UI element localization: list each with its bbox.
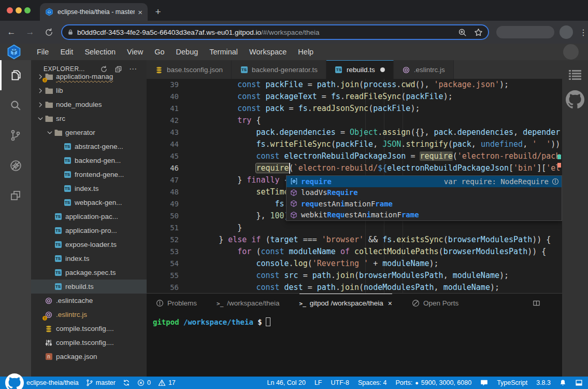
status-repo[interactable]: eclipse-theia/theia	[5, 373, 79, 389]
module-icon	[289, 211, 298, 219]
menu-workspace[interactable]: Workspace	[243, 44, 292, 60]
user-avatar[interactable]	[563, 44, 579, 60]
line-number: 42	[147, 115, 179, 127]
status-errors[interactable]: 0	[137, 379, 151, 386]
tab-close-icon[interactable]: ×	[138, 8, 142, 17]
menu-selection[interactable]: Selection	[79, 44, 121, 60]
branch-icon	[86, 379, 93, 386]
activity-plugins[interactable]	[0, 180, 31, 211]
menu-debug[interactable]: Debug	[170, 44, 204, 60]
status-encoding[interactable]: UTF-8	[331, 379, 349, 386]
chevron-right-icon	[36, 101, 45, 108]
line-number: 48	[147, 186, 179, 198]
tree-item-expose-loader-ts[interactable]: TSexpose-loader.ts	[31, 238, 147, 252]
url-bar[interactable]: b0dd9cdf-3453-4fe2-9a5c-66403d3ea7af.ws-…	[61, 24, 489, 40]
tree-item-eslintcache[interactable]: .eslintcache	[31, 294, 147, 308]
tree-item-application-manag[interactable]: !application-manag	[31, 70, 147, 84]
editor-tab-backend-generator-ts[interactable]: TSbackend-generator.ts	[232, 60, 326, 79]
tree-item-lib[interactable]: lib	[31, 84, 147, 98]
settings-file-icon	[45, 339, 53, 347]
tree-item-node-modules[interactable]: node_modules	[31, 98, 147, 112]
status-warnings[interactable]: 17	[158, 379, 176, 386]
tree-item-eslintrc-js[interactable]: !.eslintrc.js	[31, 308, 147, 322]
activity-debug[interactable]	[0, 150, 31, 180]
reload-button[interactable]	[41, 25, 56, 39]
status-language[interactable]: TypeScript	[497, 379, 527, 386]
activity-source-control[interactable]	[0, 120, 31, 150]
status-ts-version[interactable]: 3.8.3	[536, 379, 551, 386]
tree-item-generator[interactable]: generator	[31, 126, 147, 140]
tree-item-index-ts[interactable]: TSindex.ts	[31, 252, 147, 266]
status-toggle-panel[interactable]	[575, 379, 583, 386]
browser-menu-icon[interactable]: ⋮	[579, 27, 587, 37]
close-icon[interactable]: ×	[388, 299, 392, 308]
line-number: 45	[147, 150, 179, 162]
terminal[interactable]: gitpod /workspace/theia $	[153, 317, 562, 326]
tsconfig-file-icon	[45, 325, 53, 333]
tree-item-src[interactable]: src	[31, 112, 147, 126]
toggle-panel-icon	[575, 379, 583, 386]
warning-badge: !	[42, 78, 47, 82]
suggest-item[interactable]: loadVsRequire	[286, 187, 562, 199]
window-close-button[interactable]	[7, 7, 13, 13]
window-minimize-button[interactable]	[16, 7, 22, 13]
status-sync[interactable]	[123, 379, 130, 386]
window-zoom-button[interactable]	[24, 7, 31, 13]
tree-item-index-ts[interactable]: TSindex.ts	[31, 182, 147, 196]
status-indentation[interactable]: Spaces: 4	[358, 379, 387, 386]
browser-profile-avatar[interactable]	[560, 25, 573, 39]
panel-tab-open-ports[interactable]: Open Ports	[412, 294, 458, 312]
new-tab-button[interactable]: +	[151, 5, 165, 19]
line-number: 52	[147, 234, 179, 246]
activity-explorer[interactable]	[0, 60, 31, 90]
editor-tab-rebuild-ts[interactable]: TSrebuild.ts	[326, 60, 394, 79]
rightbar-github[interactable]	[566, 90, 584, 109]
status-eol[interactable]: LF	[314, 379, 322, 386]
status-ports[interactable]: Ports:●5900, 3000, 6080	[395, 379, 471, 386]
tree-item-abstract-gene[interactable]: TSabstract-gene...	[31, 140, 147, 154]
autocomplete-popup: requirevar require: NodeRequire loadVsRe…	[286, 175, 562, 221]
rightbar-outline[interactable]	[568, 70, 582, 81]
suggest-item[interactable]: webkitRequestAnimationFrame	[286, 210, 562, 221]
menu-go[interactable]: Go	[149, 44, 170, 60]
tree-item-compile-tsconfig[interactable]: compile.tsconfig....	[31, 322, 147, 336]
tree-item-package-spec-ts[interactable]: TSpackage.spec.ts	[31, 266, 147, 280]
status-notifications[interactable]	[560, 379, 566, 386]
menu-help[interactable]: Help	[292, 44, 319, 60]
suggest-item[interactable]: requestAnimationFrame	[286, 198, 562, 210]
back-button[interactable]: ←	[4, 25, 19, 39]
tree-item-webpack-gen[interactable]: TSwebpack-gen...	[31, 196, 147, 210]
editor-tab-base-tsconfig-json[interactable]: base.tsconfig.json	[147, 60, 232, 79]
tree-item-rebuild-ts[interactable]: TSrebuild.ts	[31, 280, 147, 294]
status-branch[interactable]: master	[86, 379, 116, 386]
debug-icon	[9, 159, 22, 172]
panel-tab-gitpod-workspace-theia[interactable]: >_ gitpod /workspace/theia ×	[299, 294, 392, 312]
tree-item-compile-tsconfig[interactable]: compile.tsconfig....	[31, 336, 147, 350]
split-terminal-icon[interactable]	[533, 299, 540, 307]
status-feedback[interactable]	[480, 379, 488, 386]
menu-view[interactable]: View	[121, 44, 149, 60]
activity-search[interactable]	[0, 90, 31, 120]
suggest-item[interactable]: requirevar require: NodeRequire	[286, 176, 562, 187]
browser-tab[interactable]: eclipse-theia/theia - master ×	[40, 3, 148, 21]
panel-tab-workspace-theia[interactable]: >_ /workspace/theia	[217, 294, 280, 312]
status-cursor-position[interactable]: Ln 46, Col 20	[267, 379, 306, 386]
tree-item-backend-gen[interactable]: TSbackend-gen...	[31, 154, 147, 168]
terminal-prompt-symbol: $	[253, 318, 262, 326]
code-editor[interactable]: 39 const packFile = path.join(process.cw…	[147, 79, 562, 293]
panel-tab-problems[interactable]: Problems	[156, 294, 197, 312]
screen: eclipse-theia/theia - master × + ← → b0d…	[0, 0, 588, 389]
menu-terminal[interactable]: Terminal	[204, 44, 243, 60]
editor-tab-eslintrc-js[interactable]: .eslintrc.js	[394, 60, 454, 79]
tree-item-application-pro[interactable]: TSapplication-pro...	[31, 224, 147, 238]
menu-edit[interactable]: Edit	[54, 44, 79, 60]
code-line-53: 53 for (const moduleName of collectModul…	[147, 246, 562, 258]
code-line-40: 40 const packageText = fs.readFileSync(p…	[147, 91, 562, 103]
bookmark-star-icon[interactable]	[474, 28, 483, 37]
tree-item-package-json[interactable]: npackage.json	[31, 350, 147, 364]
zoom-icon[interactable]	[458, 28, 467, 37]
tree-item-application-pac[interactable]: TSapplication-pac...	[31, 210, 147, 224]
tree-item-frontend-gene[interactable]: TSfrontend-gene...	[31, 168, 147, 182]
menu-file[interactable]: File	[31, 44, 54, 60]
forward-button[interactable]: →	[23, 25, 37, 39]
